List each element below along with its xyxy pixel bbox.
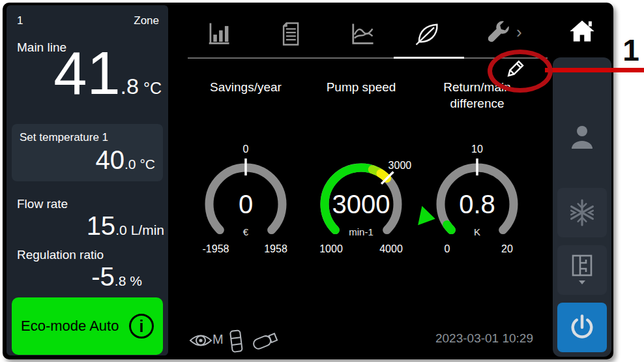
svg-text:20: 20 xyxy=(501,243,513,254)
svg-text:-1958: -1958 xyxy=(203,243,229,254)
home-button[interactable] xyxy=(555,5,609,56)
set-temperature-label: Set temperature 1 xyxy=(20,131,108,144)
power-icon xyxy=(568,313,596,342)
gauge-pump-speed: 30003000min-110004000 xyxy=(304,139,418,260)
svg-text:0: 0 xyxy=(243,143,249,155)
regulation-ratio-int: -5 xyxy=(91,262,115,291)
svg-text:min-1: min-1 xyxy=(349,226,373,237)
regulation-ratio-label: Regulation ratio xyxy=(17,248,104,262)
svg-text:4000: 4000 xyxy=(379,243,403,254)
zone-panel: 1 Zone Main line 41.8°C Set temperature … xyxy=(7,5,168,355)
set-temperature-value: 40.0°C xyxy=(95,145,155,175)
svg-text:1958: 1958 xyxy=(264,243,287,254)
home-icon xyxy=(568,16,596,45)
gauge-return-main: 100.8K020 xyxy=(420,139,534,260)
tab-documents[interactable] xyxy=(276,20,304,48)
set-temperature-int: 40 xyxy=(95,145,124,174)
regulation-ratio-value: -5.8% xyxy=(91,262,142,292)
gauge-savings: 00€-19581958 xyxy=(188,139,303,260)
gauge-title-pump-speed: Pump speed xyxy=(301,80,421,96)
svg-text:0: 0 xyxy=(445,243,450,254)
trend-chart-icon xyxy=(347,20,376,48)
user-button[interactable] xyxy=(555,120,609,155)
set-temperature-unit: °C xyxy=(139,157,155,172)
annotation-line xyxy=(545,68,644,72)
frost-protection-button[interactable] xyxy=(557,188,607,237)
power-button[interactable] xyxy=(557,303,607,352)
flow-rate-value: 15.0L/min xyxy=(87,211,164,241)
set-temperature-dec: .0 xyxy=(124,157,136,172)
usb-drive-icon xyxy=(250,329,282,352)
datetime-label: 2023-03-01 10:29 xyxy=(381,331,533,346)
svg-text:0.8: 0.8 xyxy=(459,190,495,219)
regulation-ratio-dec: .8 xyxy=(115,273,126,288)
flow-rate-unit: L/min xyxy=(131,222,164,237)
zone-map-icon xyxy=(567,253,597,287)
eco-mode-button[interactable]: Eco-mode Auto i xyxy=(12,297,163,355)
main-line-value-dec: .8 xyxy=(121,74,139,98)
main-line-value: 41.8°C xyxy=(12,42,162,105)
svg-text:10: 10 xyxy=(471,143,483,155)
flow-rate-label: Flow rate xyxy=(17,197,68,211)
module-icon xyxy=(228,329,245,355)
svg-text:0: 0 xyxy=(239,190,253,219)
info-icon[interactable]: i xyxy=(129,314,154,339)
svg-text:K: K xyxy=(474,226,480,237)
figure-page: 1 Zone Main line 41.8°C Set temperature … xyxy=(0,0,644,362)
gauge-title-savings: Savings/year xyxy=(186,80,306,96)
regulation-ratio-unit: % xyxy=(130,273,142,288)
monitor-mode-label: M xyxy=(212,332,224,347)
main-line-unit: °C xyxy=(143,79,162,97)
leaf-icon xyxy=(413,20,441,48)
flow-rate-dec: .0 xyxy=(115,222,127,237)
menu-button[interactable] xyxy=(555,69,609,104)
zone-label: Zone xyxy=(134,14,159,27)
svg-text:€: € xyxy=(243,226,249,237)
annotation-number: 1 xyxy=(618,33,644,68)
more-tabs-chevron-icon[interactable]: › xyxy=(516,22,522,42)
bar-chart-icon xyxy=(204,20,233,48)
document-icon xyxy=(276,20,304,48)
tab-trends[interactable] xyxy=(347,20,376,48)
wrench-icon xyxy=(484,20,513,48)
tab-statistics[interactable] xyxy=(204,20,233,48)
zone-number: 1 xyxy=(17,14,23,27)
annotation-circle xyxy=(488,50,553,93)
monitor-eye-icon xyxy=(189,331,212,350)
snowflake-icon xyxy=(568,199,596,226)
active-tab-indicator xyxy=(394,57,464,59)
main-line-value-int: 41 xyxy=(53,40,120,106)
set-temperature-card[interactable]: Set temperature 1 40.0°C xyxy=(12,124,163,181)
flow-rate-int: 15 xyxy=(87,211,116,240)
svg-text:1000: 1000 xyxy=(319,243,343,254)
zone-select-button[interactable] xyxy=(557,245,607,295)
tab-service[interactable] xyxy=(484,20,513,48)
eco-mode-label: Eco-mode Auto xyxy=(21,318,119,335)
user-icon xyxy=(569,124,595,151)
svg-text:3000: 3000 xyxy=(332,190,390,219)
tab-eco[interactable] xyxy=(413,20,441,48)
zone-header: 1 Zone xyxy=(17,14,159,27)
svg-text:3000: 3000 xyxy=(388,160,412,171)
